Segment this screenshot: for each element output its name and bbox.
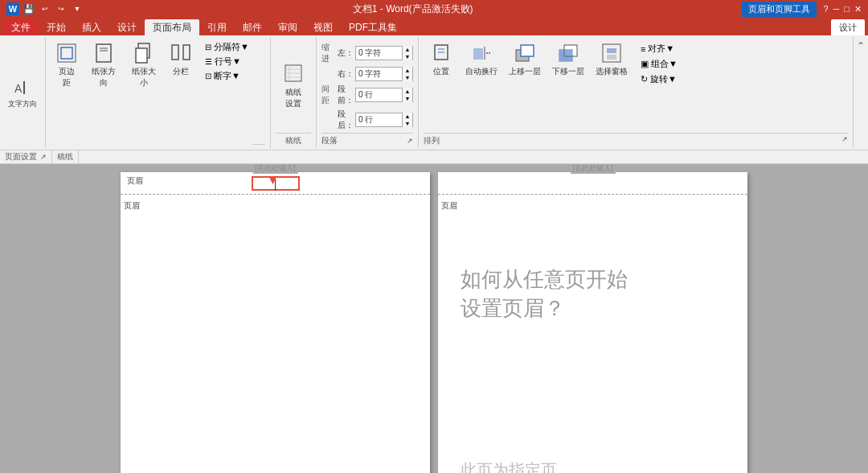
columns-icon — [168, 40, 194, 66]
ribbon-group-text-direction: A 文字方向 — [0, 37, 46, 148]
position-icon — [428, 40, 454, 66]
tab-review[interactable]: 审阅 — [270, 19, 305, 35]
indent-right-up[interactable]: ▲ — [403, 67, 412, 74]
hyphenation-button[interactable]: ⊡ 断字▼ — [202, 69, 252, 83]
save-button[interactable]: 💾 — [23, 2, 35, 15]
send-back-button[interactable]: 下移一层 — [547, 39, 589, 79]
indent-left-down[interactable]: ▼ — [403, 53, 412, 60]
indent-right-input[interactable]: 0 字符 ▲ ▼ — [355, 67, 413, 81]
select-pane-icon — [599, 40, 624, 66]
orientation-label: 纸张方向 — [89, 66, 118, 88]
tab-mail[interactable]: 邮件 — [235, 19, 270, 35]
page1-margin-marks: · · · · · · · · · · · · — [133, 195, 135, 473]
orientation-button[interactable]: 纸张方向 — [84, 39, 123, 90]
collapse-icon: ⌃ — [857, 40, 865, 51]
header-footer-design-tab[interactable]: 设计 — [831, 19, 865, 35]
spacing-before-up[interactable]: ▲ — [403, 88, 412, 95]
text-direction-icon: A — [11, 76, 34, 99]
position-label: 位置 — [433, 66, 449, 77]
margins-button[interactable]: 页边距 — [51, 39, 83, 90]
size-label: 纸张大小 — [129, 66, 158, 88]
send-back-icon — [555, 40, 581, 66]
ribbon: A 文字方向 页边距 纸张方向 — [0, 35, 868, 150]
arrange-expand[interactable]: ↗ — [841, 135, 848, 146]
spacing-label: 间距 — [321, 84, 336, 106]
separator-button[interactable]: ⊟ 分隔符▼ — [202, 40, 252, 54]
margins-label: 页边距 — [55, 66, 78, 88]
svg-rect-8 — [136, 48, 147, 63]
separator-icon: ⊟ — [205, 43, 211, 51]
indent-right-down[interactable]: ▼ — [403, 74, 412, 81]
tab-design[interactable]: 设计 — [109, 19, 145, 35]
tool-tab-title: 页眉和页脚工具 — [742, 2, 817, 17]
page2-header-notice: [在此处键入] — [570, 164, 615, 174]
tab-file[interactable]: 文件 — [3, 19, 39, 35]
minimize-button[interactable]: ─ — [833, 4, 840, 14]
rotate-icon: ↻ — [641, 74, 648, 84]
maximize-button[interactable]: □ — [844, 4, 850, 14]
spacing-label-before: 段前： — [338, 84, 354, 106]
tab-layout[interactable]: 页面布局 — [145, 19, 199, 35]
customize-quick-access[interactable]: ▼ — [71, 2, 84, 15]
auto-wrap-button[interactable]: 自动换行 — [461, 39, 502, 79]
page1-header-label: 页眉 — [127, 175, 143, 187]
group-label: 组合▼ — [651, 58, 678, 70]
arrange-small-group: ≡ 对齐▼ ▣ 组合▼ ↻ 旋转▼ — [637, 42, 681, 86]
page-setup-group-label-row: 页面设置 ↗ — [0, 150, 52, 163]
group-button[interactable]: ▣ 组合▼ — [637, 57, 681, 71]
svg-rect-19 — [473, 48, 483, 60]
help-button[interactable]: ? — [823, 4, 828, 14]
size-button[interactable]: 纸张大小 — [125, 39, 163, 90]
line-number-button[interactable]: ☰ 行号▼ — [202, 55, 252, 68]
close-button[interactable]: ✕ — [854, 4, 862, 14]
page-setup-label — [252, 144, 265, 146]
paper-settings-label: 稿纸设置 — [285, 87, 301, 109]
page2-sidebar-label: 页眉 — [441, 200, 457, 212]
spacing-after-down[interactable]: ▼ — [403, 120, 412, 127]
bring-forward-button[interactable]: 上移一层 — [504, 39, 546, 79]
spacing-before-row: 间距 段前： 0 行 ▲ ▼ — [321, 84, 413, 106]
spacing-after-input[interactable]: 0 行 ▲ ▼ — [355, 113, 413, 127]
rotate-button[interactable]: ↻ 旋转▼ — [637, 72, 681, 86]
indent-left-up[interactable]: ▲ — [403, 46, 412, 53]
tool-tab-right: 设计 — [831, 19, 865, 35]
tab-insert[interactable]: 插入 — [74, 19, 109, 35]
paper-settings-button[interactable]: 稿纸设置 — [276, 60, 311, 111]
document-page-2: [在此处键入] 页眉 · · · · · · · · · · 如何从任意页开始设… — [438, 172, 747, 473]
indent-label-left: 左： — [338, 47, 354, 59]
spacing-after-up[interactable]: ▲ — [403, 113, 412, 120]
hyphenation-icon: ⊡ — [205, 72, 211, 80]
bring-forward-label: 上移一层 — [509, 66, 541, 77]
page2-header: [在此处键入] — [438, 172, 747, 195]
align-icon: ≡ — [641, 44, 645, 54]
main-content-area: [在此处键入] 页眉 ▼ 页眉 · · · · · · · · · · · · — [0, 164, 868, 473]
page1-header-notice: [在此处键入] — [252, 164, 297, 174]
columns-label: 分栏 — [173, 66, 189, 77]
undo-button[interactable]: ↩ — [39, 2, 51, 15]
tab-pdf[interactable]: PDF工具集 — [341, 19, 405, 35]
page2-main-text: 如何从任意页开始设置页眉？ — [461, 265, 739, 323]
tab-home[interactable]: 开始 — [39, 19, 74, 35]
redo-button[interactable]: ↪ — [55, 2, 68, 15]
columns-button[interactable]: 分栏 — [165, 39, 197, 79]
paragraph-expand[interactable]: ↗ — [407, 137, 413, 145]
position-button[interactable]: 位置 — [424, 39, 459, 79]
svg-rect-28 — [607, 55, 616, 60]
align-button[interactable]: ≡ 对齐▼ — [637, 42, 681, 56]
tab-references[interactable]: 引用 — [199, 19, 235, 35]
page1-sidebar-label: 页眉 — [124, 200, 140, 212]
spacing-before-input[interactable]: 0 行 ▲ ▼ — [355, 88, 413, 102]
ribbon-labels-row: 页面设置 ↗ 稿纸 — [0, 150, 868, 164]
word-logo: W — [6, 2, 19, 15]
tab-view[interactable]: 视图 — [305, 19, 341, 35]
indent-left-input[interactable]: 0 字符 ▲ ▼ — [355, 46, 413, 60]
collapse-ribbon-button[interactable]: ⌃ — [854, 37, 868, 148]
line-number-label: 行号▼ — [215, 56, 241, 68]
svg-rect-27 — [607, 48, 616, 53]
spacing-before-down[interactable]: ▼ — [403, 95, 412, 102]
page-setup-expand-icon[interactable]: ↗ — [40, 153, 47, 161]
auto-wrap-icon — [469, 40, 494, 66]
select-pane-button[interactable]: 选择窗格 — [591, 39, 633, 79]
line-number-icon: ☰ — [205, 57, 212, 66]
text-direction-button[interactable]: A 文字方向 — [5, 75, 40, 111]
